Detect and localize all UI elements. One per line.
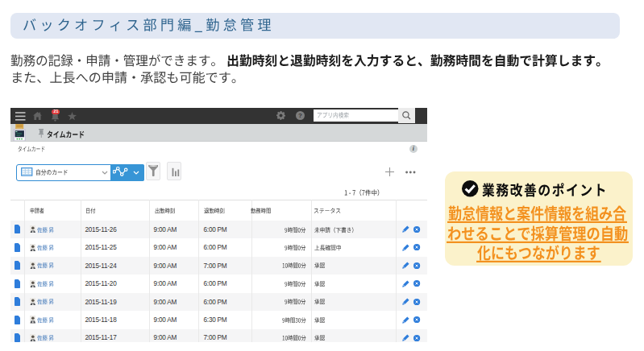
svg-text:?: ?	[298, 112, 302, 119]
